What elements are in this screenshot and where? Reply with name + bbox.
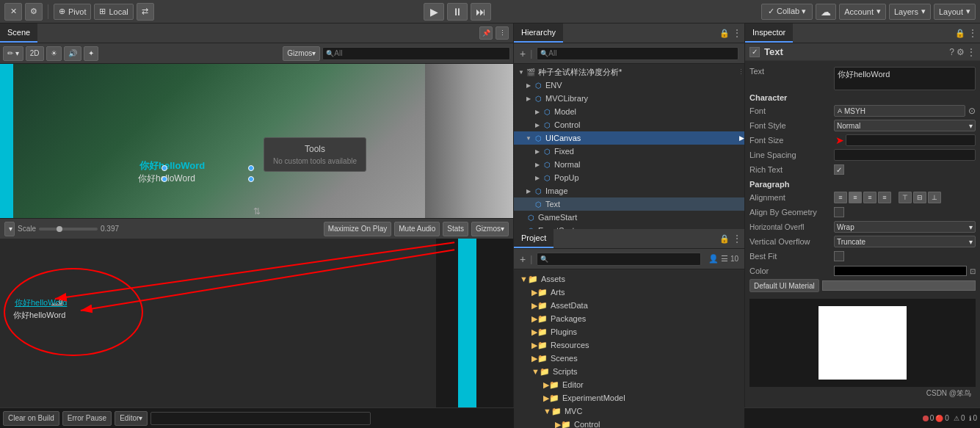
color-picker-icon[interactable]: ⊡ xyxy=(970,267,976,275)
font-size-input[interactable]: 26 xyxy=(846,134,976,146)
color-swatch[interactable] xyxy=(834,266,967,276)
component-help-icon[interactable]: ? xyxy=(949,47,954,57)
material-button[interactable]: Default UI Material xyxy=(749,279,819,292)
line-spacing-input[interactable]: 1 xyxy=(834,149,976,161)
layers-dropdown[interactable]: Layers ▾ xyxy=(889,4,931,20)
font-select-icon[interactable]: ⊙ xyxy=(968,106,976,116)
handle-3[interactable] xyxy=(248,165,254,171)
project-scripts[interactable]: ▼📁 Scripts xyxy=(514,365,744,378)
project-scenes[interactable]: ▶📁 Scenes xyxy=(514,352,744,365)
gizmos-btn[interactable]: Gizmos ▾ xyxy=(283,46,320,61)
align-bottom-btn[interactable]: ⊥ xyxy=(928,192,941,203)
toolbar-icon-2[interactable]: ⚙ xyxy=(25,3,43,21)
project-control[interactable]: ▶📁 Control xyxy=(514,418,744,428)
tree-item-env[interactable]: ▶ ⬡ ENV xyxy=(514,79,744,92)
2d-btn[interactable]: 2D xyxy=(26,46,44,61)
project-mvc[interactable]: ▼📁 MVC xyxy=(514,405,744,418)
tree-item-control[interactable]: ▶ ⬡ Control xyxy=(514,118,744,131)
hierarchy-tab[interactable]: Hierarchy xyxy=(514,23,563,43)
mute-btn[interactable]: Mute Audio xyxy=(394,222,440,236)
component-menu-icon[interactable]: ⋮ xyxy=(967,47,976,57)
scale-slider[interactable] xyxy=(39,228,98,231)
maximize-btn[interactable]: Maximize On Play xyxy=(324,222,392,236)
tree-item-text[interactable]: ⬡ Text xyxy=(514,197,744,211)
hierarchy-search[interactable]: 🔍 xyxy=(537,47,738,60)
align-geo-checkbox[interactable] xyxy=(834,207,844,217)
rich-text-checkbox[interactable]: ✓ xyxy=(834,164,844,175)
scene-search[interactable]: 🔍 xyxy=(322,47,510,60)
console-search[interactable] xyxy=(150,412,371,425)
editor-btn[interactable]: Editor ▾ xyxy=(115,411,148,426)
resize-handle[interactable]: ⇅ xyxy=(253,206,261,217)
pause-button[interactable]: ⏸ xyxy=(447,3,468,21)
project-assets-root[interactable]: ▼📁 Assets xyxy=(514,272,744,286)
hierarchy-menu-icon[interactable]: ⋮ xyxy=(733,28,741,38)
project-arts[interactable]: ▶📁 Arts xyxy=(514,286,744,299)
cloud-button[interactable]: ☁ xyxy=(816,4,836,20)
align-left-btn[interactable]: ≡ xyxy=(834,192,847,203)
project-filter-icon[interactable]: ☰ xyxy=(721,254,728,264)
project-search[interactable]: 🔍 xyxy=(537,253,701,266)
scene-tab[interactable]: Scene xyxy=(0,23,37,43)
project-search-input[interactable] xyxy=(548,255,697,263)
hierarchy-scene-root[interactable]: ▼ 🎬 种子全试样法净度分析* ⋮ xyxy=(514,65,744,79)
scale-handle[interactable] xyxy=(57,226,62,232)
gizmos-bottom-btn[interactable]: Gizmos ▾ xyxy=(471,222,509,236)
align-center-btn[interactable]: ≡ xyxy=(849,192,862,203)
error-pause-btn[interactable]: Error Pause xyxy=(62,411,112,426)
project-editor[interactable]: ▶📁 Editor xyxy=(514,378,744,391)
project-assetdata[interactable]: ▶📁 AssetData xyxy=(514,299,744,312)
project-view-icon[interactable]: 👤 xyxy=(708,254,719,264)
align-right-btn[interactable]: ≡ xyxy=(863,192,876,203)
stats-btn[interactable]: Stats xyxy=(443,222,468,236)
scene-lock-icon[interactable]: ⋮ xyxy=(496,26,509,40)
draw-mode-btn[interactable]: ✏ ▾ xyxy=(3,46,23,61)
layout-dropdown[interactable]: Layout ▾ xyxy=(934,4,976,20)
scene-search-input[interactable] xyxy=(334,49,507,57)
project-plugins[interactable]: ▶📁 Plugins xyxy=(514,325,744,338)
text-input[interactable]: 你好helloWord xyxy=(834,67,976,90)
hierarchy-search-input[interactable] xyxy=(548,49,735,57)
step-button[interactable]: ⏭ xyxy=(471,3,491,21)
tree-item-popup[interactable]: ▶ ⬡ PopUp xyxy=(514,171,744,184)
component-enabled-checkbox[interactable]: ✓ xyxy=(749,47,760,57)
tree-item-model[interactable]: ▶ ⬡ Model xyxy=(514,105,744,118)
light-btn[interactable]: ☀ xyxy=(46,46,62,61)
h-overflow-select[interactable]: Wrap ▾ xyxy=(834,221,976,233)
project-tab[interactable]: Project xyxy=(514,229,553,248)
handle-4[interactable] xyxy=(248,176,254,182)
play-button[interactable]: ▶ xyxy=(424,3,444,21)
v-overflow-select[interactable]: Truncate ▾ xyxy=(834,236,976,247)
scene-menu[interactable]: ⋮ xyxy=(738,68,744,76)
toolbar-icon-3[interactable]: ⇄ xyxy=(137,3,154,21)
local-dropdown[interactable]: ⊞ Local xyxy=(94,4,133,20)
tree-item-mvclibrary[interactable]: ▶ ⬡ MVCLibrary xyxy=(514,92,744,105)
project-experimentmodel[interactable]: ▶📁 ExperimentModel xyxy=(514,391,744,405)
tree-item-fixed[interactable]: ▶ ⬡ Fixed xyxy=(514,145,744,158)
align-justify-btn[interactable]: ≡ xyxy=(878,192,891,203)
align-top-btn[interactable]: ⊤ xyxy=(899,192,912,203)
project-packages[interactable]: ▶📁 Packages xyxy=(514,312,744,325)
best-fit-checkbox[interactable] xyxy=(834,251,844,261)
inspector-tab[interactable]: Inspector xyxy=(745,23,793,43)
add-icon[interactable]: + xyxy=(520,48,526,59)
align-middle-btn[interactable]: ⊟ xyxy=(913,192,926,203)
mode-dropdown[interactable]: ▾ xyxy=(4,222,15,236)
tree-item-gamestart[interactable]: ⬡ GameStart xyxy=(514,211,744,224)
collab-button[interactable]: ✓ Collab ▾ xyxy=(761,4,813,20)
tree-item-image[interactable]: ▶ ⬡ Image xyxy=(514,184,744,197)
account-dropdown[interactable]: Account ▾ xyxy=(839,4,886,20)
project-add-icon[interactable]: + xyxy=(520,253,526,265)
tree-item-eventsystem[interactable]: ⬡ EventSystem xyxy=(514,224,744,229)
project-resources[interactable]: ▶📁 Resources xyxy=(514,338,744,352)
tree-item-uicanvas[interactable]: ▼ ⬡ UICanvas ▶ xyxy=(514,131,744,145)
handle-2[interactable] xyxy=(161,176,167,182)
canvas-expand[interactable]: ▶ xyxy=(739,134,744,142)
project-menu-icon[interactable]: ⋮ xyxy=(733,233,741,244)
handle-1[interactable] xyxy=(161,165,167,171)
fx-btn[interactable]: ✦ xyxy=(84,46,98,61)
tree-item-normal[interactable]: ▶ ⬡ Normal xyxy=(514,158,744,171)
font-select[interactable]: A MSYH xyxy=(834,105,965,117)
clear-on-build-btn[interactable]: Clear on Build xyxy=(3,411,59,426)
pivot-dropdown[interactable]: ⊕ Pivot xyxy=(54,4,91,20)
